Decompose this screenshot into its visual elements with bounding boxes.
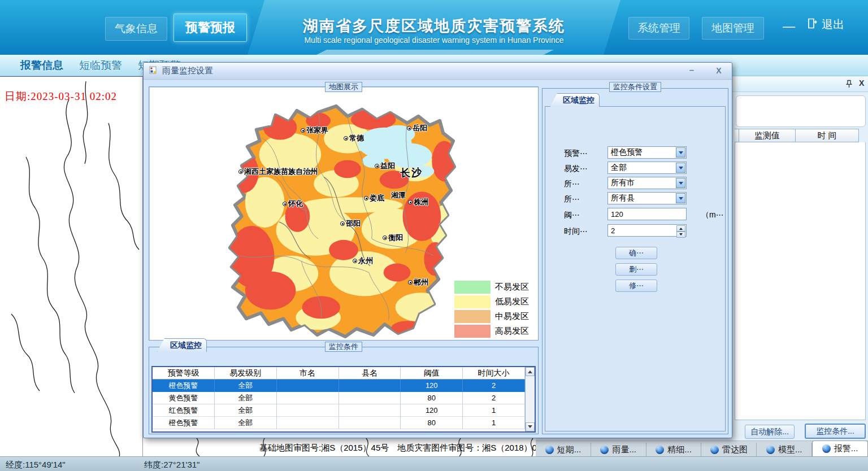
tab-alarm[interactable]: 报警... [812,441,868,456]
subnav-shortterm-imminent[interactable]: 短临预警 [79,58,122,73]
table-row[interactable]: 橙色预警 全部 120 2 [153,380,525,392]
cell [277,417,339,429]
column-monitored-value: 监测值 [739,129,796,142]
dialog-close-button[interactable]: X [712,66,726,75]
city-dot-icon [383,236,387,240]
city-label: 怀化 [288,199,303,209]
city-marker: 娄底 [364,193,384,203]
dock-close-icon[interactable]: X [859,78,864,88]
current-date-label: 日期:2023-03-31 02:02 [5,89,117,104]
nav-warning-forecast[interactable]: 预警预报 [173,14,247,42]
county-select[interactable]: 所有县 [607,192,687,204]
auto-release-button[interactable]: 自动解除... [745,425,795,439]
scroll-down-icon[interactable] [526,422,535,431]
globe-icon [710,446,719,454]
exit-button[interactable]: 退出 [807,17,844,32]
dropdown-arrow-icon[interactable] [676,178,685,188]
table-row[interactable]: 橙色预警 全部 80 1 [153,417,525,429]
tab-rainfall[interactable]: 雨量... [591,443,646,456]
city-marker: 常德 [344,133,364,143]
warning-level-select[interactable]: 橙色预警 [607,146,687,159]
cell: 80 [401,417,463,429]
threshold-input[interactable]: 120 [607,208,687,220]
city-label: 邵阳 [346,219,361,229]
monitor-condition-button[interactable]: 监控条件... [805,424,866,439]
tab-region-monitor-settings[interactable]: 区域监控 [550,93,600,107]
time-size-spinner[interactable]: 2 [607,224,687,237]
main-header: 湖南省多尺度区域地质灾害预警系统 Multi scale regional ge… [0,0,868,55]
legend-label: 高易发区 [495,326,529,337]
cell: 红色预警 [153,404,215,417]
map-group-label: 地图展示 [325,82,362,92]
table-row[interactable]: 红色预警 全部 120 1 [153,404,525,417]
legend-label: 低易发区 [495,296,529,307]
select-value: 所有市 [611,178,635,188]
globe-icon [600,446,609,454]
subnav-alarm-info[interactable]: 报警信息 [20,58,63,73]
field-label-city: 所⋯ [564,179,580,189]
spinner-down-icon[interactable] [676,232,685,238]
tab-shortterm[interactable]: 短期... [536,443,591,456]
city-select[interactable]: 所有市 [607,177,687,189]
city-label: 湘西土家族苗族自治州 [244,167,318,177]
nav-system-management[interactable]: 系统管理 [628,17,689,40]
table-scrollbar[interactable] [525,367,535,431]
tab-region-monitor[interactable]: 区域监控 [157,338,207,352]
city-dot-icon [408,200,413,204]
delete-button[interactable]: 删⋯ [615,263,657,276]
map-contour-lines [0,77,143,457]
city-dot-icon [407,126,411,130]
dropdown-arrow-icon[interactable] [676,163,685,173]
table-row[interactable]: 黄色预警 全部 80 2 [153,392,525,404]
dropdown-arrow-icon[interactable] [676,193,685,203]
tab-model[interactable]: 模型... [757,443,812,456]
city-marker: 益阳 [375,161,395,171]
dialog-minimize-button[interactable]: – [685,65,698,75]
pin-icon[interactable] [845,80,853,90]
confirm-button[interactable]: 确⋯ [615,247,657,259]
city-marker: 怀化 [283,199,303,209]
tab-fine[interactable]: 精细... [646,443,702,456]
nav-map-management[interactable]: 地图管理 [702,17,764,40]
city-label: 常德 [349,133,364,143]
header-decor [316,50,554,55]
city-label: 湘潭 [391,190,406,200]
city-marker: 湘西土家族苗族自治州 [238,167,318,177]
monitor-settings-group: 区域监控 预警⋯ 橙色预警 易发⋯ 全部 所⋯ 所有市 所⋯ [542,88,728,434]
globe-icon [822,444,831,453]
cell [339,404,401,417]
legend-item: 不易发区 [454,280,529,294]
prone-level-select[interactable]: 全部 [607,162,687,174]
tab-radar-map[interactable]: 雷达图 [701,443,757,456]
nav-weather-info[interactable]: 气象信息 [105,17,167,41]
cell: 全部 [215,392,277,404]
modify-button[interactable]: 修⋯ [615,280,657,292]
city-marker: 湘潭 [391,190,406,200]
field-label-threshold: 阈⋯ [564,210,580,220]
city-label: 永州 [358,256,373,266]
city-marker: 岳阳 [407,123,427,133]
cell: 2 [463,380,525,392]
cell: 80 [401,392,463,404]
spinner-up-icon[interactable] [676,225,685,232]
threshold-unit-label: （m⋯ [701,210,724,220]
cell: 黄色预警 [153,392,215,404]
legend-swatch [454,325,491,338]
hunan-warning-map-panel: 张家界 常德 岳阳 益阳 长沙 湘西土家族苗族自治州 怀化 娄底 [149,86,539,341]
city-marker: 邵阳 [340,219,361,229]
map-legend: 不易发区 低易发区 中易发区 高易发区 [454,280,529,339]
field-label-time: 时间⋯ [564,226,588,237]
scroll-up-icon[interactable] [526,367,535,376]
alarm-dock-panel: X 监测值 时 间 自动解除... 监控条件... [732,76,868,443]
dropdown-arrow-icon[interactable] [676,147,685,158]
col-time-size: 时间大小 [463,367,525,380]
cell: 1 [463,417,525,429]
dialog-titlebar[interactable]: 雨量监控设置 [144,63,732,80]
cell [339,380,401,392]
exit-door-icon [807,18,818,32]
city-marker: 株洲 [408,197,428,207]
window-minimize-button[interactable]: — [783,19,795,34]
spinner-value: 2 [611,226,615,235]
settings-form: 预警⋯ 橙色预警 易发⋯ 全部 所⋯ 所有市 所⋯ 所有县 [545,106,726,431]
longitude-readout: 经度:115°49'14" [6,460,66,470]
